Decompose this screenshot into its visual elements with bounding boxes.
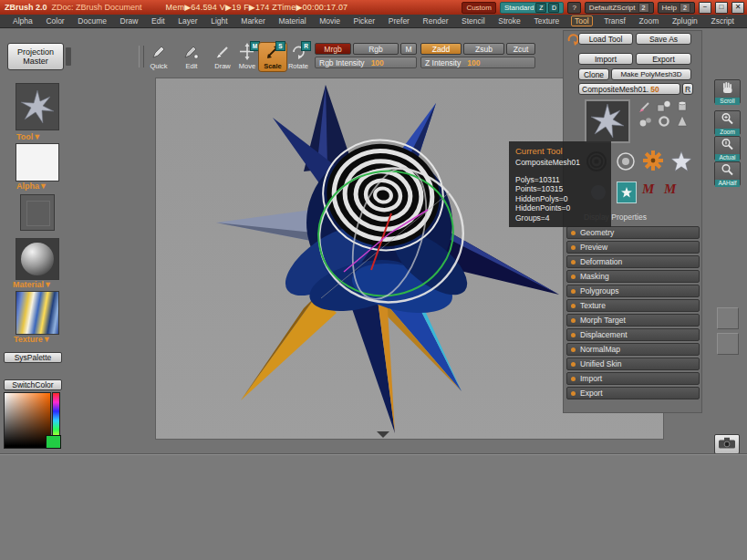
z-intensity-slider[interactable]: Z Intensity 100 (420, 57, 535, 68)
secondary-color-swatch[interactable] (46, 435, 61, 449)
menu-texture[interactable]: Texture (532, 16, 561, 26)
menu-preferences[interactable]: Prefer (387, 16, 411, 26)
custom-ui-button[interactable]: Custom (462, 2, 496, 14)
tool-slot-cube-sphere[interactable] (656, 99, 672, 112)
rgb-button[interactable]: Rgb (353, 43, 399, 55)
edge-empty-slot[interactable] (717, 307, 739, 329)
palette-curl-icon[interactable] (566, 33, 579, 49)
material-tray-label[interactable]: Material▼ (13, 280, 52, 289)
texture-tray-thumbnail[interactable] (16, 291, 59, 335)
tool-slot-brush[interactable] (638, 99, 654, 112)
projection-master-button[interactable]: Projection Master (7, 43, 64, 70)
move-tool-button[interactable]: M Move (233, 43, 261, 71)
menu-material[interactable]: Material (276, 16, 307, 26)
d-button[interactable]: D (548, 3, 559, 13)
menu-draw[interactable]: Draw (119, 16, 140, 26)
section-export[interactable]: Export (566, 387, 700, 399)
load-tool-button[interactable]: Load Tool (578, 33, 633, 45)
color-picker[interactable] (4, 392, 51, 449)
selected-tool-thumbnail[interactable] (585, 99, 630, 143)
section-masking[interactable]: Masking (566, 270, 700, 283)
selected-brush-slot[interactable] (617, 181, 637, 203)
tool-slot-spheres[interactable] (638, 115, 654, 128)
standard-ui-button[interactable]: Standard (504, 3, 534, 13)
help-window-icon[interactable]: 2 (680, 3, 690, 13)
material-tray-thumbnail[interactable] (16, 238, 59, 280)
section-geometry[interactable]: Geometry (566, 226, 700, 239)
snapshot-button[interactable] (714, 434, 740, 454)
gear-tool-icon[interactable] (642, 150, 664, 175)
clone-button[interactable]: Clone (578, 68, 609, 80)
menu-zscript[interactable]: Zscript (709, 16, 736, 26)
alpha-tray-label[interactable]: Alpha▼ (16, 181, 47, 191)
section-morph-target[interactable]: Morph Target (566, 314, 700, 327)
tool-tray-label[interactable]: Tool▼ (16, 132, 41, 141)
m-button[interactable]: M (400, 43, 417, 55)
menu-edit[interactable]: Edit (150, 16, 167, 26)
zcut-button[interactable]: Zcut (506, 43, 535, 55)
menu-stencil[interactable]: Stencil (460, 16, 487, 26)
section-deformation[interactable]: Deformation (566, 255, 700, 268)
menu-tool[interactable]: Tool (571, 16, 593, 26)
quick-help-button[interactable]: ? (567, 2, 580, 14)
zscript-button[interactable]: DefaultZScript 2 (585, 2, 654, 14)
m-brush-icon[interactable]: M (642, 182, 654, 195)
menu-picker[interactable]: Picker (352, 16, 378, 26)
r-button[interactable]: R (682, 83, 693, 95)
section-displacement[interactable]: Displacement (566, 328, 700, 341)
import-button[interactable]: Import (578, 53, 633, 65)
zscript-window-icon[interactable]: 2 (638, 3, 649, 13)
menu-color[interactable]: Color (44, 16, 66, 26)
stroke-tray-thumbnail[interactable] (20, 194, 55, 231)
z-button[interactable]: Z (535, 3, 546, 13)
canvas-resize-handle[interactable] (377, 431, 389, 438)
section-unified-skin[interactable]: Unified Skin (566, 358, 700, 370)
zadd-button[interactable]: Zadd (420, 43, 462, 55)
menu-document[interactable]: Docume (76, 16, 109, 26)
close-button[interactable]: ✕ (731, 2, 744, 14)
export-button[interactable]: Export (636, 53, 691, 65)
scroll-button[interactable]: Scroll (714, 79, 741, 104)
tool-slot-ring[interactable] (656, 115, 672, 128)
switchcolor-button[interactable]: SwitchColor (4, 379, 62, 390)
menu-render[interactable]: Render (421, 16, 451, 26)
menu-transform[interactable]: Transf (602, 16, 628, 26)
texture-tray-label[interactable]: Texture▼ (14, 335, 51, 344)
make-polymesh3d-button[interactable]: Make PolyMesh3D (611, 68, 691, 80)
minimize-button[interactable]: − (699, 2, 711, 14)
mrgb-button[interactable]: Mrgb (315, 43, 351, 55)
rgb-intensity-slider[interactable]: Rgb Intensity 100 (315, 57, 417, 68)
alpha-tray-thumbnail[interactable] (16, 143, 59, 181)
section-preview[interactable]: Preview (566, 241, 700, 254)
menu-layer[interactable]: Layer (176, 16, 199, 26)
section-polygroups[interactable]: Polygroups (566, 285, 700, 297)
star-primitive-icon[interactable] (671, 151, 691, 175)
m-brush-icon-2[interactable]: M (664, 182, 676, 195)
edit-tool-button[interactable]: Edit (178, 43, 205, 71)
zoom-button[interactable]: Zoom (714, 110, 741, 135)
menu-marker[interactable]: Marker (239, 16, 266, 26)
projection-master-collapse[interactable] (66, 47, 71, 66)
save-as-button[interactable]: Save As (636, 33, 691, 45)
syspalette-button[interactable]: SysPalette (4, 352, 62, 363)
rotate-tool-button[interactable]: R Rotate (285, 43, 312, 71)
scale-tool-button[interactable]: S Scale (259, 43, 286, 71)
maximize-button[interactable]: □ (715, 2, 728, 14)
section-texture[interactable]: Texture (566, 299, 700, 312)
sphere-tool-icon[interactable] (615, 150, 637, 176)
menu-zoom[interactable]: Zoom (638, 16, 661, 26)
current-tool-slider[interactable]: CompositeMesh01. 50 (578, 83, 680, 95)
menu-light[interactable]: Light (209, 16, 229, 26)
tool-slot-cone[interactable] (674, 115, 690, 128)
zsub-button[interactable]: Zsub (463, 43, 504, 55)
quick-tool-button[interactable]: Quick (145, 43, 172, 71)
current-tool-tray-thumbnail[interactable] (16, 83, 59, 130)
menu-movie[interactable]: Movie (317, 16, 342, 26)
edge-empty-slot[interactable] (717, 333, 739, 355)
draw-tool-button[interactable]: Draw (209, 43, 236, 71)
section-normalmap[interactable]: NormalMap (566, 343, 700, 356)
help-button[interactable]: Help 2 (658, 2, 695, 14)
menu-zplugin[interactable]: Zplugin (670, 16, 700, 26)
tool-slot-cylinder[interactable] (674, 99, 690, 112)
menu-alpha[interactable]: Alpha (11, 16, 35, 26)
